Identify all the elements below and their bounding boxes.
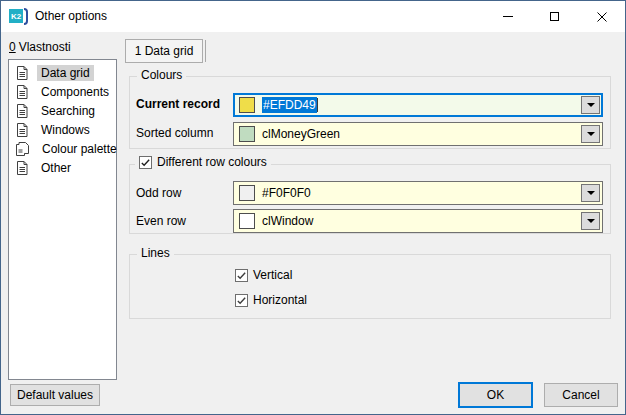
sidebar-item-label: Colour palette (38, 141, 121, 157)
check-icon (236, 270, 247, 281)
combo-value: clWindow (262, 214, 313, 228)
cancel-button[interactable]: Cancel (544, 383, 618, 407)
row-colours-group-title: Different row colours (157, 155, 267, 169)
titlebar[interactable]: K2 Other options (1, 1, 625, 32)
lines-group: Lines Vertical Horizontal (129, 254, 611, 319)
tab-strip-divider (205, 40, 206, 62)
vertical-label: Vertical (253, 268, 292, 282)
sidebar-item-data-grid[interactable]: Data grid (9, 63, 116, 82)
chevron-down-icon (587, 103, 595, 107)
minimize-button[interactable] (484, 1, 531, 32)
chevron-down-icon (587, 132, 595, 136)
sorted-column-label: Sorted column (136, 126, 213, 140)
document-icon (16, 123, 28, 137)
properties-label: 0Vlastnosti (9, 40, 71, 54)
tab-label: 1 Data grid (135, 44, 194, 58)
ok-button[interactable]: OK (458, 382, 533, 408)
even-row-combobox[interactable]: clWindow (233, 209, 603, 233)
properties-accel: 0 (9, 40, 16, 54)
color-swatch (239, 185, 255, 201)
color-swatch (239, 213, 255, 229)
different-row-colours-checkbox[interactable] (139, 156, 152, 169)
horizontal-checkbox[interactable] (235, 294, 248, 307)
colours-group: Colours Current record #EFDD49 Sorted co… (129, 76, 611, 149)
horizontal-label: Horizontal (253, 293, 307, 307)
maximize-button[interactable] (531, 1, 578, 32)
sidebar-item-label: Searching (37, 103, 99, 119)
documents-icon (16, 142, 29, 156)
sidebar-item-label: Data grid (37, 65, 94, 81)
sidebar-item-label: Other (37, 160, 75, 176)
check-icon (140, 157, 151, 168)
current-record-label: Current record (136, 97, 220, 111)
dropdown-button[interactable] (581, 184, 600, 202)
sidebar-item-label: Windows (37, 122, 94, 138)
close-button[interactable] (578, 1, 625, 32)
odd-row-combobox[interactable]: #F0F0F0 (233, 181, 603, 205)
tab-data-grid[interactable]: 1 Data grid (125, 39, 203, 63)
document-icon (16, 104, 28, 118)
document-icon (16, 161, 28, 175)
close-icon (597, 12, 607, 22)
sidebar-item-components[interactable]: Components (9, 82, 116, 101)
k2-app-icon: K2 (9, 8, 29, 26)
sidebar-item-other[interactable]: Other (9, 158, 116, 177)
dropdown-button[interactable] (581, 125, 600, 143)
sidebar-item-windows[interactable]: Windows (9, 120, 116, 139)
row-colours-group: Different row colours Odd row #F0F0F0 Ev… (129, 164, 611, 234)
sidebar-item-searching[interactable]: Searching (9, 101, 116, 120)
other-options-dialog: K2 Other options 0Vlastnosti Data grid (0, 0, 626, 415)
combo-value: #F0F0F0 (262, 186, 311, 200)
colours-group-title: Colours (137, 68, 186, 82)
current-record-combobox[interactable]: #EFDD49 (233, 93, 603, 117)
minimize-icon (503, 16, 513, 17)
sidebar-item-label: Components (37, 84, 113, 100)
sorted-column-combobox[interactable]: clMoneyGreen (233, 122, 603, 146)
chevron-down-icon (587, 219, 595, 223)
sidebar-item-colour-palette[interactable]: Colour palette (9, 139, 116, 158)
dropdown-button[interactable] (581, 96, 600, 114)
chevron-down-icon (587, 191, 595, 195)
document-icon (16, 85, 28, 99)
document-icon (16, 66, 28, 80)
vertical-lines-row: Vertical (235, 268, 292, 282)
window-title: Other options (35, 9, 107, 23)
properties-text: Vlastnosti (19, 40, 71, 54)
options-category-list[interactable]: Data grid Components Searching (8, 59, 117, 380)
combo-value: clMoneyGreen (262, 127, 340, 141)
odd-row-label: Odd row (136, 186, 181, 200)
horizontal-lines-row: Horizontal (235, 293, 307, 307)
color-swatch (239, 97, 255, 113)
default-values-button[interactable]: Default values (10, 384, 100, 406)
even-row-label: Even row (136, 214, 186, 228)
lines-group-title: Lines (137, 246, 174, 260)
dropdown-button[interactable] (581, 212, 600, 230)
vertical-checkbox[interactable] (235, 269, 248, 282)
check-icon (236, 295, 247, 306)
maximize-icon (550, 12, 559, 21)
combo-value: #EFDD49 (262, 97, 317, 113)
k2-logo-bracket-icon (24, 8, 28, 25)
color-swatch (239, 126, 255, 142)
k2-logo-icon: K2 (9, 9, 23, 23)
text-caret (317, 98, 318, 112)
